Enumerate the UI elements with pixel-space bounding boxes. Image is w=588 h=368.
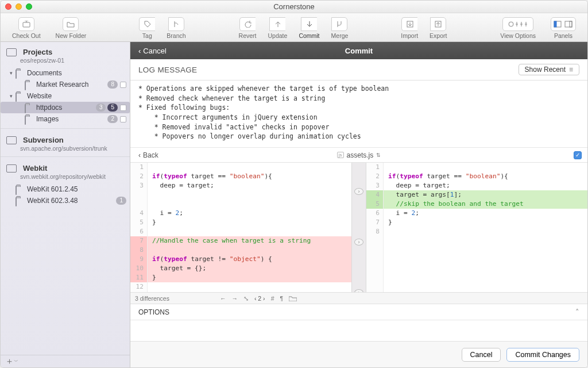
menu-icon: ≡ [569, 66, 573, 74]
button-bar: Cancel Commit Changes [130, 341, 587, 367]
diff-count-label: 3 differences [135, 295, 169, 302]
sidebar-item[interactable]: Images2 [1, 113, 130, 125]
repo-icon [6, 136, 17, 144]
chevron-up-icon: ˄ [575, 308, 579, 316]
updown-icon: ⇅ [376, 152, 381, 158]
svg-rect-6 [565, 21, 572, 27]
commit-changes-button[interactable]: Commit Changes [506, 348, 579, 362]
svg-rect-5 [554, 21, 556, 27]
sidebar-item[interactable]: ▾Website [1, 90, 130, 102]
log-message-input[interactable]: * Operations are skipped whenever the ta… [130, 80, 587, 148]
include-checkbox[interactable] [120, 82, 126, 88]
file-selector[interactable]: js assets.js ⇅ [130, 151, 587, 159]
hash-icon[interactable]: # [271, 295, 274, 302]
add-source-button[interactable]: ＋﹀ [5, 356, 18, 367]
update-button[interactable]: Update [262, 16, 293, 39]
include-checkbox[interactable] [120, 116, 126, 122]
diff-right-pane[interactable]: 1 2if(typeof target == "boolean"){3 deep… [366, 163, 587, 292]
svg-point-3 [509, 22, 513, 26]
viewoptions-button[interactable]: View Options [494, 16, 541, 39]
show-recent-button[interactable]: Show Recent≡ [519, 64, 579, 75]
titlebar: Cornerstone [1, 1, 587, 13]
diff-nav-controls[interactable]: ← → ⤡ ‹ 2 › # ¶ [220, 295, 297, 302]
cancel-button[interactable]: Cancel [462, 348, 501, 362]
commit-button[interactable]: Commit [293, 16, 325, 39]
chevron-left-icon: ‹ [138, 151, 141, 159]
tag-button[interactable]: Tag [133, 16, 161, 39]
log-message-header: LOG MESSAGE Show Recent≡ [130, 59, 587, 80]
sidebar-item[interactable]: httpdocs35 [1, 102, 130, 113]
prev-diff-icon[interactable]: ← [220, 295, 226, 302]
sidebar-item[interactable]: ▾Documents [1, 67, 130, 79]
merge-button[interactable]: Merge [326, 16, 354, 39]
sidebar-item[interactable]: Market Research8 [1, 79, 130, 90]
js-file-icon: js [337, 152, 344, 158]
svg-rect-0 [23, 22, 30, 27]
options-header[interactable]: OPTIONS ˄ [130, 304, 587, 320]
diff-view: 1 2if(typeof target == "boolean"){3 deep… [130, 163, 587, 293]
next-diff-icon[interactable]: → [231, 295, 238, 302]
import-button[interactable]: Import [395, 16, 424, 39]
diff-nav-icon[interactable]: › [354, 188, 363, 195]
repo-icon [6, 164, 17, 172]
branch-button[interactable]: Branch [161, 16, 191, 39]
source-header[interactable]: Projects [6, 48, 124, 56]
options-body [130, 320, 587, 341]
back-button[interactable]: ‹Back [130, 151, 167, 159]
include-file-checkbox[interactable]: ✓ [574, 151, 582, 159]
diff-left-pane[interactable]: 1 2if(typeof target == "boolean"){3 deep… [130, 163, 351, 292]
window-title: Cornerstone [1, 2, 587, 11]
diff-nav-icon[interactable]: › [354, 239, 363, 246]
svg-rect-7 [570, 21, 572, 27]
include-checkbox[interactable] [120, 105, 126, 111]
sheet-title: Commit [130, 47, 587, 55]
sheet-header: ‹Cancel Commit [130, 42, 587, 59]
toolbar: Check Out New Folder Tag Branch Revert U… [1, 13, 587, 42]
file-path-bar: ‹Back js assets.js ⇅ ✓ [130, 148, 587, 163]
checkout-button[interactable]: Check Out [6, 16, 47, 39]
source-header[interactable]: Subversion [6, 136, 124, 144]
sidebar: Projectseos/repos/zw-01▾DocumentsMarket … [1, 42, 130, 367]
center-diff-icon[interactable]: ⤡ [243, 295, 249, 302]
commit-sheet: ‹Cancel Commit LOG MESSAGE Show Recent≡ … [130, 42, 587, 367]
revert-button[interactable]: Revert [233, 16, 262, 39]
diff-status-bar: 3 differences ← → ⤡ ‹ 2 › # ¶ [130, 293, 587, 304]
source-header[interactable]: Webkit [6, 164, 124, 172]
sidebar-item[interactable]: WebKit 602.3.481 [1, 195, 130, 206]
panels-button[interactable]: Panels [545, 16, 582, 39]
sidebar-item[interactable]: WebKit 601.2.45 [1, 183, 130, 195]
export-button[interactable]: Export [424, 16, 452, 39]
newfolder-button[interactable]: New Folder [50, 16, 92, 39]
pilcrow-icon[interactable]: ¶ [280, 295, 283, 302]
window: Cornerstone Check Out New Folder Tag Bra… [0, 0, 588, 368]
sidebar-footer: ＋﹀ [1, 355, 130, 367]
diff-gutter: › › › [351, 163, 366, 292]
repo-icon [6, 48, 17, 56]
folder-icon[interactable] [289, 296, 297, 301]
